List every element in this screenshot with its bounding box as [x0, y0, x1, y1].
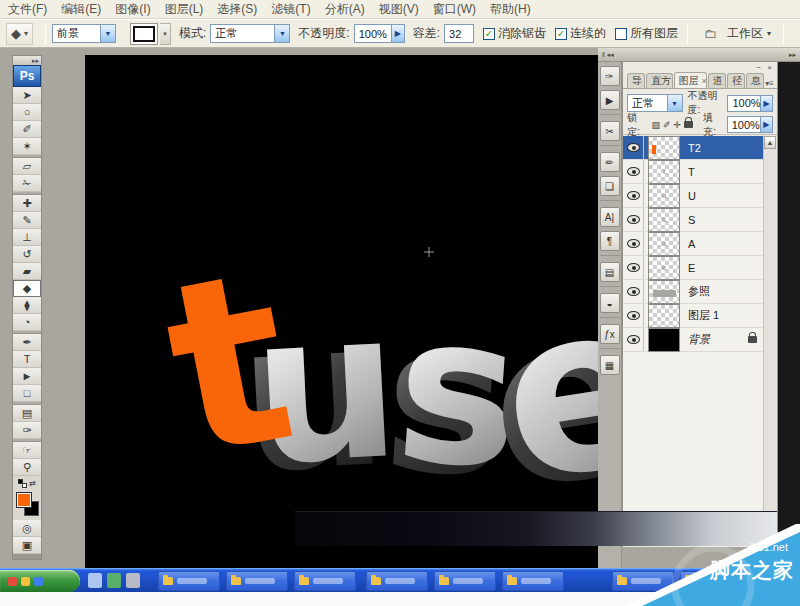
menu-item-分[interactable]: 分析(A) — [325, 1, 365, 18]
visibility-cell[interactable] — [623, 256, 644, 279]
menu-item-帮[interactable]: 帮助(H) — [490, 1, 531, 18]
dock-header[interactable]: ‖ ◂◂ ▸▸ — [598, 48, 800, 62]
default-colors-icon[interactable] — [18, 479, 27, 488]
info-panel-icon[interactable]: ▤ — [600, 262, 620, 282]
menu-item-滤[interactable]: 滤镜(T) — [271, 1, 310, 18]
checkbox-option-1[interactable]: ✓连续的 — [555, 25, 606, 42]
quick-launch-icon-1[interactable] — [107, 573, 121, 588]
eraser-tool[interactable]: ▰ — [13, 263, 41, 280]
opacity-flyout-arrow[interactable]: ▶ — [392, 24, 405, 43]
tab-道[interactable]: 道 — [708, 73, 726, 88]
blend-mode-select[interactable]: 正常 ▼ — [627, 94, 683, 112]
shape-tool[interactable]: □ — [13, 385, 41, 402]
menu-item-选[interactable]: 选择(S) — [217, 1, 257, 18]
patterns-panel-icon[interactable]: ▦ — [600, 355, 620, 375]
fill-flyout-arrow[interactable]: ▶ — [761, 116, 773, 133]
layer-row-T[interactable]: tT — [623, 160, 765, 184]
layer-thumbnail[interactable]: e — [648, 256, 680, 280]
collapse-right-icon[interactable]: ▸▸ — [789, 51, 796, 59]
move-tool[interactable]: ➤ — [13, 87, 41, 104]
styles-panel-icon[interactable]: ƒx — [600, 324, 620, 344]
checkbox-icon[interactable]: ✓ — [483, 28, 495, 40]
swatches-panel-icon[interactable]: ◒ — [600, 293, 620, 313]
layer-list-scrollbar[interactable]: ▲ ▼ — [763, 136, 776, 532]
notes-tool[interactable]: ▤ — [13, 405, 41, 422]
toolbox-collapse-header[interactable]: ▸▸ — [13, 56, 41, 65]
checkbox-option-0[interactable]: ✓消除锯齿 — [483, 25, 546, 42]
task-button-0[interactable] — [158, 571, 220, 591]
layer-thumbnail[interactable]: a — [648, 232, 680, 256]
combo-arrow-icon[interactable]: ▼ — [100, 25, 115, 42]
visibility-cell[interactable] — [623, 160, 644, 183]
layer-row-E[interactable]: eE — [623, 256, 765, 280]
bridge-icon[interactable]: 🗀 — [704, 26, 717, 41]
dodge-tool[interactable]: ◔ — [13, 314, 41, 331]
opacity-input[interactable]: 100% — [354, 24, 392, 43]
menu-item-文[interactable]: 文件(F) — [8, 1, 47, 18]
panel-menu-icon[interactable]: ▾≡ — [765, 79, 774, 88]
checkbox-option-2[interactable]: 所有图层 — [615, 25, 678, 42]
quick-launch-icon-0[interactable] — [88, 573, 102, 588]
chevron-down-icon[interactable]: ▾ — [767, 29, 771, 38]
combo-arrow-icon[interactable]: ▼ — [667, 95, 682, 111]
visibility-cell[interactable] — [623, 184, 644, 207]
panel-window-controls[interactable]: − × — [756, 63, 774, 72]
clone-source-panel-icon[interactable]: ▶ — [600, 90, 620, 110]
healing-brush-tool[interactable]: ✚ — [13, 195, 41, 212]
layer-row-T2[interactable]: T2 — [623, 136, 765, 160]
menu-item-图[interactable]: 图层(L) — [165, 1, 204, 18]
opacity-flyout-arrow[interactable]: ▶ — [761, 95, 773, 112]
layer-row-U[interactable]: uU — [623, 184, 765, 208]
paragraph-panel-icon[interactable]: ¶ — [600, 231, 620, 251]
menu-item-图[interactable]: 图像(I) — [115, 1, 150, 18]
visibility-cell[interactable] — [623, 328, 644, 351]
checkbox-icon[interactable] — [615, 28, 627, 40]
eye-icon[interactable] — [627, 215, 640, 224]
menu-item-窗[interactable]: 窗口(W) — [433, 1, 476, 18]
layer-thumbnail[interactable]: s — [648, 208, 680, 232]
type-tool[interactable]: T — [13, 351, 41, 368]
task-button-4[interactable] — [434, 571, 496, 591]
workspace-label[interactable]: 工作区 — [727, 25, 763, 42]
quick-launch-icon-2[interactable] — [126, 573, 140, 588]
eye-icon[interactable] — [627, 191, 640, 200]
lock-icon-1[interactable]: ✐ — [663, 120, 671, 130]
scroll-up-icon[interactable]: ▲ — [764, 136, 776, 149]
pen-tool[interactable]: ✒ — [13, 334, 41, 351]
brush-presets-panel-icon[interactable]: ✏ — [600, 152, 620, 172]
tab-导[interactable]: 导 — [627, 73, 645, 88]
visibility-cell[interactable] — [623, 136, 644, 159]
layer-thumbnail[interactable] — [648, 136, 680, 160]
layer-row-参照[interactable]: 参照 — [623, 280, 765, 304]
menu-item-视[interactable]: 视图(V) — [379, 1, 419, 18]
brush-tool[interactable]: ✎ — [13, 212, 41, 229]
brushes-panel-icon[interactable]: ✑ — [600, 66, 620, 86]
layer-thumbnail[interactable] — [648, 328, 680, 352]
checkbox-icon[interactable]: ✓ — [555, 28, 567, 40]
layer-thumbnail[interactable]: t — [648, 160, 680, 184]
task-button-1[interactable] — [226, 571, 288, 591]
tab-close-icon[interactable]: × — [702, 76, 707, 86]
eye-icon[interactable] — [627, 143, 640, 152]
task-button-5[interactable] — [502, 571, 564, 591]
eye-icon[interactable] — [627, 335, 640, 344]
eye-icon[interactable] — [627, 287, 640, 296]
slice-tool[interactable]: ✁ — [13, 175, 41, 192]
pattern-swatch[interactable] — [130, 23, 158, 45]
hand-tool[interactable]: ☞ — [13, 442, 41, 459]
tolerance-input[interactable]: 32 — [444, 24, 474, 43]
tab-径[interactable]: 径 — [727, 73, 745, 88]
character-panel-icon[interactable]: A| — [600, 207, 620, 227]
layer-row-S[interactable]: sS — [623, 208, 765, 232]
pattern-picker-arrow[interactable]: ▾ — [160, 23, 171, 45]
document-canvas[interactable]: u u s s e e t — [85, 55, 598, 568]
layer-row-图层 1[interactable]: 图层 1 — [623, 304, 765, 328]
layer-thumbnail[interactable] — [648, 304, 680, 328]
layer-row-A[interactable]: aA — [623, 232, 765, 256]
task-button-3[interactable] — [366, 571, 428, 591]
path-selection-tool[interactable]: ► — [13, 368, 41, 385]
eye-icon[interactable] — [627, 263, 640, 272]
layer-comps-panel-icon[interactable]: ❏ — [600, 176, 620, 196]
combo-arrow-icon[interactable]: ▼ — [274, 25, 289, 42]
start-button[interactable] — [0, 570, 80, 592]
